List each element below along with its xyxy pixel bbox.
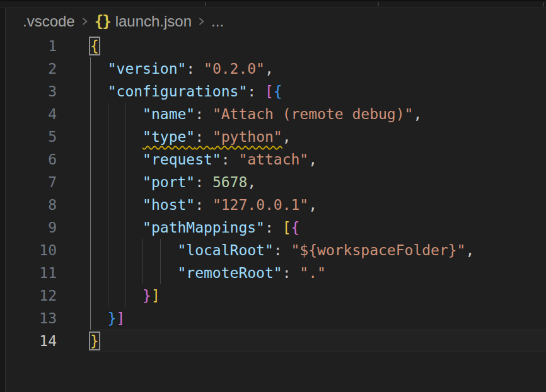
json-braces-icon: {}: [95, 13, 110, 30]
code-token[interactable]: "remoteRoot": [177, 265, 282, 281]
code-token[interactable]: :: [282, 265, 300, 281]
code-token[interactable]: :: [195, 197, 212, 213]
line-text[interactable]: "localRoot": "${workspaceFolder}",: [90, 239, 474, 262]
code-token[interactable]: "0.2.0": [204, 61, 265, 77]
code-token[interactable]: ,: [247, 174, 256, 190]
code-token[interactable]: "type": [142, 129, 195, 145]
code-line[interactable]: 1{: [6, 35, 546, 57]
breadcrumb-item-launch-json[interactable]: launch.json: [115, 13, 192, 30]
line-number[interactable]: 2: [6, 57, 57, 80]
line-text[interactable]: "pathMappings": [{: [90, 216, 299, 239]
code-token[interactable]: [: [282, 219, 291, 236]
code-line[interactable]: 9 "pathMappings": [{: [6, 216, 546, 239]
bracket-match-token[interactable]: {: [90, 38, 99, 54]
code-token[interactable]: ,: [265, 61, 274, 77]
code-token[interactable]: ,: [308, 151, 317, 168]
line-text[interactable]: "request": "attach",: [90, 148, 317, 171]
line-number[interactable]: 3: [6, 80, 57, 103]
code-token[interactable]: ]: [117, 310, 125, 326]
breadcrumb-item-symbol-path[interactable]: ...: [211, 13, 224, 30]
line-number[interactable]: 10: [6, 239, 57, 262]
line-text[interactable]: {: [90, 35, 99, 57]
code-token[interactable]: "attach": [238, 151, 308, 168]
line-number[interactable]: 5: [6, 125, 57, 148]
code-token[interactable]: "version": [108, 61, 187, 77]
code-token[interactable]: :: [265, 219, 282, 236]
code-token[interactable]: "name": [142, 106, 195, 122]
code-token[interactable]: :: [195, 174, 212, 190]
code-token[interactable]: :: [195, 129, 212, 145]
code-token[interactable]: ".": [299, 265, 326, 281]
code-token[interactable]: "configurations": [108, 83, 248, 100]
line-number[interactable]: 9: [6, 216, 57, 239]
code-line[interactable]: 3 "configurations": [{: [6, 80, 546, 103]
sidebar-edge: [0, 8, 6, 392]
code-area[interactable]: 1{2 "version": "0.2.0",3 "configurations…: [6, 35, 546, 392]
code-token[interactable]: "python": [212, 129, 282, 145]
code-token[interactable]: ,: [465, 242, 474, 258]
line-number[interactable]: 12: [6, 284, 57, 307]
code-line[interactable]: 14}: [6, 330, 546, 352]
code-token[interactable]: {: [274, 83, 282, 100]
code-token[interactable]: ,: [308, 197, 317, 213]
line-text[interactable]: "name": "Attach (remote debug)",: [90, 103, 422, 125]
code-token[interactable]: "localRoot": [177, 242, 273, 258]
line-number[interactable]: 4: [6, 103, 57, 125]
code-token[interactable]: "pathMappings": [142, 219, 265, 236]
code-line[interactable]: 10 "localRoot": "${workspaceFolder}",: [6, 239, 546, 262]
code-line[interactable]: 4 "name": "Attach (remote debug)",: [6, 103, 546, 125]
code-token[interactable]: :: [186, 61, 204, 77]
code-token[interactable]: "request": [142, 151, 221, 168]
code-token[interactable]: "Attach (remote debug)": [212, 106, 414, 122]
code-token[interactable]: {: [291, 219, 300, 236]
code-token[interactable]: :: [274, 242, 291, 258]
code-token[interactable]: ,: [413, 106, 422, 122]
code-line[interactable]: 12 }]: [6, 284, 546, 307]
line-number[interactable]: 1: [6, 35, 57, 57]
tab-bar-edge: [0, 0, 546, 8]
code-token[interactable]: "${workspaceFolder}": [291, 242, 466, 258]
line-number[interactable]: 11: [6, 262, 57, 284]
line-text[interactable]: }]: [90, 307, 125, 330]
code-token[interactable]: :: [221, 151, 239, 168]
code-line[interactable]: 6 "request": "attach",: [6, 148, 546, 171]
line-text[interactable]: "port": 5678,: [90, 171, 256, 193]
chevron-right-icon: [197, 15, 206, 28]
line-text[interactable]: "type": "python",: [90, 125, 291, 148]
code-token[interactable]: :: [247, 83, 265, 100]
line-text[interactable]: }: [90, 330, 99, 352]
code-token[interactable]: ,: [282, 129, 291, 145]
line-number[interactable]: 13: [6, 307, 57, 330]
code-token[interactable]: }: [142, 287, 151, 304]
code-line[interactable]: 7 "port": 5678,: [6, 171, 546, 193]
code-token[interactable]: 5678: [212, 174, 247, 190]
line-text[interactable]: "version": "0.2.0",: [90, 57, 274, 80]
line-number[interactable]: 8: [6, 193, 57, 216]
line-number[interactable]: 7: [6, 171, 57, 193]
code-line[interactable]: 13 }]: [6, 307, 546, 330]
line-number[interactable]: 14: [6, 330, 57, 352]
indent-whitespace: [90, 287, 142, 304]
code-line[interactable]: 2 "version": "0.2.0",: [6, 57, 546, 80]
code-token[interactable]: [: [265, 83, 274, 100]
chevron-right-icon: [80, 15, 90, 28]
code-token[interactable]: "host": [142, 197, 195, 213]
editor-pane[interactable]: .vscode{}launch.json... 1{2 "version": "…: [6, 8, 546, 392]
breadcrumb-item-vscode[interactable]: .vscode: [23, 13, 75, 30]
code-line[interactable]: 8 "host": "127.0.0.1",: [6, 193, 546, 216]
code-line[interactable]: 5 "type": "python",: [6, 125, 546, 148]
code-token[interactable]: :: [195, 106, 212, 122]
code-token[interactable]: "port": [142, 174, 195, 190]
code-token[interactable]: ]: [151, 287, 160, 304]
line-number[interactable]: 6: [6, 148, 57, 171]
code-line[interactable]: 11 "remoteRoot": ".": [6, 262, 546, 284]
line-text[interactable]: "host": "127.0.0.1",: [90, 193, 317, 216]
line-text[interactable]: "remoteRoot": ".": [90, 262, 326, 284]
code-token[interactable]: "127.0.0.1": [212, 197, 308, 213]
indent-whitespace: [90, 197, 142, 213]
line-text[interactable]: "configurations": [{: [90, 80, 282, 103]
code-token[interactable]: }: [108, 310, 117, 326]
current-line-highlight: [89, 330, 546, 352]
line-text[interactable]: }]: [90, 284, 160, 307]
bracket-match-token[interactable]: }: [90, 333, 99, 349]
